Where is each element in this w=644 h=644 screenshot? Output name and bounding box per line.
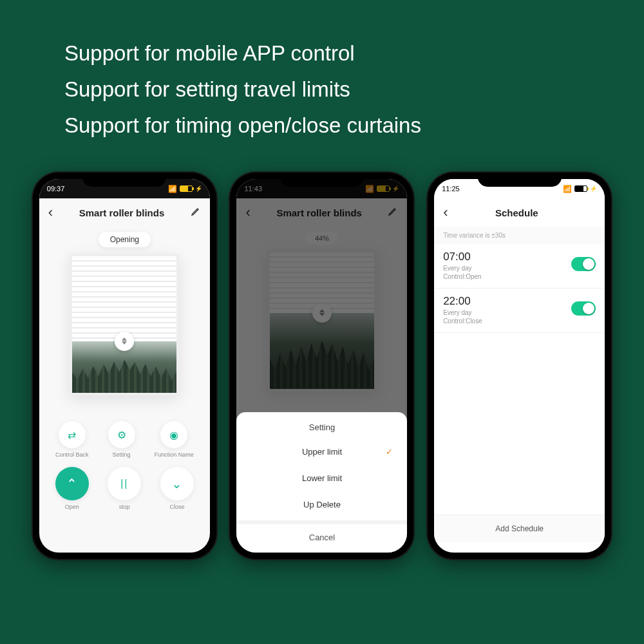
- schedule-control: Control:Open: [443, 273, 481, 280]
- blind-visualization: [70, 254, 179, 395]
- schedule-toggle[interactable]: [571, 257, 596, 271]
- sheet-title: Setting: [236, 416, 407, 439]
- close-button[interactable]: ⌄ Close: [160, 467, 194, 510]
- option-upper-limit[interactable]: Upper limit: [236, 439, 407, 465]
- settings-sheet: Setting Upper limit Lower limit Up Delet…: [236, 412, 407, 553]
- option-lower-limit[interactable]: Lower limit: [236, 465, 407, 491]
- phone-notch: [82, 173, 166, 187]
- swap-icon: ⇄: [68, 429, 76, 441]
- option-up-delete[interactable]: Up Delete: [236, 491, 407, 518]
- charging-icon: ⚡: [195, 185, 202, 192]
- banner-line-3: Support for timing open/close curtains: [64, 108, 644, 144]
- nav-bar: ‹ Schedule: [434, 198, 605, 227]
- phone-notch: [280, 173, 364, 187]
- gauge-icon: ◉: [169, 429, 178, 441]
- edit-button[interactable]: [191, 206, 201, 219]
- battery-icon: [574, 185, 587, 192]
- schedule-item[interactable]: 22:00 Every day Control:Close: [434, 289, 605, 333]
- phone-mockup-control: 09:37 📶 ⚡ ‹ Smart roller blinds Opening: [33, 173, 216, 559]
- schedule-toggle[interactable]: [571, 301, 596, 316]
- status-time: 09:37: [47, 185, 65, 193]
- pause-icon: ||: [120, 478, 128, 489]
- variance-note: Time variance is ±30s: [434, 227, 605, 244]
- battery-icon: [180, 185, 193, 192]
- blind-drag-handle[interactable]: [115, 332, 134, 351]
- add-schedule-button[interactable]: Add Schedule: [434, 515, 605, 542]
- phone-mockup-schedule: 11:25 📶 ⚡ ‹ Schedule Time variance is ±3…: [428, 173, 611, 559]
- schedule-repeat: Every day: [443, 309, 482, 316]
- schedule-time: 07:00: [443, 251, 481, 263]
- open-button[interactable]: ⌃ Open: [55, 467, 89, 510]
- schedule-time: 22:00: [443, 295, 482, 308]
- control-back-button[interactable]: ⇄ Control Back: [55, 421, 89, 458]
- phone-mockup-limits: 11:43 📶 ⚡ ‹ Smart roller blinds 44%: [230, 173, 413, 559]
- function-name-button[interactable]: ◉ Function Name: [155, 421, 194, 458]
- banner-text: Support for mobile APP control Support f…: [0, 0, 644, 144]
- signal-icon: 📶: [563, 185, 572, 193]
- schedule-item[interactable]: 07:00 Every day Control:Open: [434, 244, 605, 289]
- nav-bar: ‹ Smart roller blinds: [39, 198, 210, 227]
- schedule-repeat: Every day: [443, 265, 481, 272]
- phone-notch: [478, 173, 562, 187]
- status-pill: Opening: [99, 232, 151, 247]
- chevron-down-icon: ⌄: [171, 476, 182, 491]
- banner-line-1: Support for mobile APP control: [64, 35, 644, 71]
- status-time: 11:25: [442, 185, 460, 193]
- chevron-up-icon: ⌃: [66, 476, 77, 491]
- setting-button[interactable]: ⚙ Setting: [108, 421, 135, 458]
- page-title: Schedule: [495, 207, 538, 218]
- cancel-button[interactable]: Cancel: [236, 520, 407, 545]
- charging-icon: ⚡: [590, 185, 597, 192]
- banner-line-2: Support for setting travel limits: [64, 71, 644, 108]
- signal-icon: 📶: [168, 185, 177, 193]
- schedule-control: Control:Close: [443, 317, 482, 325]
- back-button[interactable]: ‹: [48, 204, 53, 221]
- blind-slats: [72, 256, 176, 341]
- page-title: Smart roller blinds: [79, 207, 165, 218]
- back-button[interactable]: ‹: [443, 204, 448, 221]
- stop-button[interactable]: || stop: [108, 467, 141, 510]
- gear-icon: ⚙: [117, 429, 126, 441]
